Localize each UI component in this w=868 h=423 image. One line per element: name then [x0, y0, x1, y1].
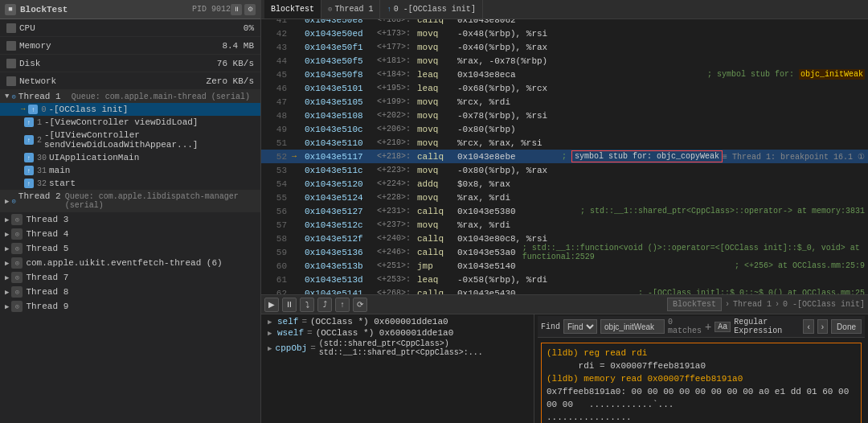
- console-output: (lldb) reg read rdi rdi = 0x00007ffeeb81…: [538, 338, 865, 423]
- cpu-icon: [6, 23, 16, 33]
- step-into-btn[interactable]: ⤴: [317, 298, 332, 312]
- disasm-row[interactable]: 510x1043e5110<+210>:movq%rcx, %rax, %rsi: [261, 136, 868, 150]
- bottom-tabs-right: BlockTest › Thread 1 › 0 -[OCClass init]: [667, 298, 865, 311]
- thread5-icon: ⊙: [11, 243, 23, 254]
- console-panel: Find Find 0 matches + Aa Regular Express…: [534, 314, 868, 423]
- find-done-btn[interactable]: Done: [831, 319, 862, 334]
- frame0-label: -[OCClass init]: [48, 105, 128, 114]
- disasm-row[interactable]: 490x1043e510c<+206>:movq-0x80(%rbp): [261, 122, 868, 136]
- find-input[interactable]: [600, 319, 665, 334]
- thread2-group: ▶ ⊙ Thread 2 Queue: com.apple.libdispatc…: [0, 190, 260, 212]
- frame0-item[interactable]: → ↑ 0 -[OCClass init]: [0, 103, 260, 116]
- find-type-select[interactable]: Find: [563, 319, 597, 334]
- step-out-btn[interactable]: ↑: [335, 298, 350, 312]
- find-add-btn[interactable]: +: [705, 320, 711, 333]
- disasm-offset: <+202>:: [377, 111, 417, 120]
- disasm-row[interactable]: 410x1043e50e8<+168>:callq0x1043e8062: [261, 19, 868, 27]
- disasm-row[interactable]: 610x1043e513d<+253>:leaq-0x58(%rbp), %rd…: [261, 273, 868, 286]
- disasm-addr: 0x1043e50e8: [305, 19, 377, 25]
- disasm-row[interactable]: 480x1043e5108<+202>:movq-0x78(%rbp), %rs…: [261, 109, 868, 122]
- restart-btn[interactable]: ⟳: [353, 298, 367, 312]
- thread9-item[interactable]: ▶ ⊙ Thread 9: [0, 299, 260, 314]
- thread4-item[interactable]: ▶ ⊙ Thread 4: [0, 227, 260, 241]
- disasm-offset: <+199>:: [377, 97, 417, 106]
- thread8-item[interactable]: ▶ ⊙ Thread 8: [0, 285, 260, 299]
- disasm-comment: ; symbol stub for: objc_copyWeak: [562, 152, 723, 161]
- var-cppobj[interactable]: ▶ cppObj = (std::shared_ptr<CppClass>) s…: [261, 339, 534, 358]
- pause-btn[interactable]: ⏸: [282, 298, 297, 312]
- disasm-offset: <+218>:: [377, 152, 417, 161]
- debug-button[interactable]: ⚙: [244, 4, 256, 15]
- frame0-num: 0: [41, 105, 46, 114]
- disasm-row[interactable]: 430x1043e50f1<+177>:movq-0x40(%rbp), %ra…: [261, 40, 868, 54]
- disasm-mnemonic: addq: [417, 179, 457, 189]
- frame32-item[interactable]: ↑ 32 start: [0, 177, 260, 190]
- disasm-row[interactable]: 600x1043e513b<+251>:jmp0x1043e5140; <+25…: [261, 259, 868, 273]
- frame30-item[interactable]: ↑ 30 UIApplicationMain: [0, 151, 260, 164]
- step-over-btn[interactable]: ⤵: [300, 298, 314, 312]
- thread9-icon: ⊙: [11, 301, 23, 312]
- find-aa-btn[interactable]: Aa: [714, 322, 731, 332]
- find-next-btn[interactable]: ›: [817, 319, 828, 334]
- thread5-item[interactable]: ▶ ⊙ Thread 5: [0, 241, 260, 256]
- thread2-header[interactable]: ▶ ⊙ Thread 2 Queue: com.apple.libdispatc…: [0, 190, 260, 212]
- disassembly-area[interactable]: 400x1043e50e4<+164>:movq%rax, -0x70(%rbp…: [261, 19, 868, 294]
- frame2-icon: ↑: [24, 135, 34, 145]
- disasm-row[interactable]: 620x1043e5141<+268>:callq0x1043e5430; -[…: [261, 286, 868, 294]
- disasm-row[interactable]: 530x1043e511c<+223>:movq-0x80(%rbp), %ra…: [261, 163, 868, 177]
- disasm-row[interactable]: 550x1043e5124<+228>:movq%rax, %rdi: [261, 191, 868, 204]
- disasm-operands: 0x1043e53a0: [457, 248, 516, 257]
- var-self[interactable]: ▶ self = (OCClass *) 0x600001dde1a0: [261, 316, 534, 327]
- continue-button[interactable]: ▶: [264, 298, 279, 312]
- disasm-offset: <+181>:: [377, 56, 417, 65]
- eventfetch-item[interactable]: ▶ ⊙ com.apple.uikit.eventfetch-thread (6…: [0, 256, 260, 270]
- thread1-chevron: ▼: [5, 92, 9, 101]
- disasm-row[interactable]: 560x1043e5127<+231>:callq0x1043e5380; st…: [261, 204, 868, 218]
- disasm-line-num: 62: [264, 289, 287, 295]
- disasm-offset: <+237>:: [377, 220, 417, 229]
- disasm-line-num: 52: [264, 152, 287, 162]
- disasm-mnemonic: movq: [417, 56, 457, 66]
- disasm-operands: 0x1043e8062: [457, 19, 865, 25]
- disasm-operands: -0x78(%rbp), %rsi: [457, 111, 865, 121]
- disasm-mnemonic: movq: [417, 193, 457, 203]
- var-wself[interactable]: ▶ wself = (OCClass *) 0x600001dde1a0: [261, 327, 534, 339]
- disasm-mnemonic: callq: [417, 19, 457, 25]
- frame31-item[interactable]: ↑ 31 main: [0, 164, 260, 177]
- disasm-operands: -0x68(%rbp), %rcx: [457, 84, 865, 93]
- disasm-row[interactable]: 460x1043e5101<+195>:leaq-0x68(%rbp), %rc…: [261, 81, 868, 95]
- thread1-header[interactable]: ▼ ⊙ Thread 1 Queue: com.apple.main-threa…: [0, 90, 260, 103]
- disasm-row[interactable]: 52→0x1043e5117<+218>:callq0x1043e8ebe; s…: [261, 150, 868, 163]
- disasm-row[interactable]: 570x1043e512c<+237>:movq%rax, %rdi: [261, 218, 868, 232]
- frame-tab[interactable]: ↑ 0 -[OCClass init]: [380, 0, 482, 18]
- thread-tab[interactable]: ⊙ Thread 1: [321, 0, 380, 18]
- find-prev-btn[interactable]: ‹: [803, 319, 813, 334]
- app-icon: ■: [5, 4, 16, 15]
- frame0-icon: ↑: [28, 105, 38, 114]
- thread1-label: Thread 1: [18, 92, 72, 101]
- disasm-row[interactable]: 420x1043e50ed<+173>:movq-0x48(%rbp), %rs…: [261, 27, 868, 40]
- network-value: Zero KB/s: [207, 76, 254, 86]
- var-wself-value: (OCClass *) 0x600001dde1a0: [316, 328, 454, 338]
- disasm-mnemonic: movq: [417, 138, 457, 148]
- thread3-item[interactable]: ▶ ⊙ Thread 3: [0, 212, 260, 227]
- frame31-label: main: [49, 166, 70, 175]
- disasm-comment: ; -[OCClass init]::$_0::~$_0() at OCClas…: [638, 289, 865, 294]
- disasm-row[interactable]: 450x1043e50f8<+184>:leaq0x1043e8eca; sym…: [261, 68, 868, 81]
- disasm-row[interactable]: 440x1043e50f5<+181>:movq%rax, -0x78(%rbp…: [261, 54, 868, 68]
- disasm-line-num: 53: [264, 166, 287, 175]
- disasm-line-num: 55: [264, 193, 287, 203]
- disasm-row[interactable]: 540x1043e5120<+224>:addq$0x8, %rax: [261, 177, 868, 191]
- frame2-item[interactable]: ↑ 2 -[UIViewController sendViewDidLoadWi…: [0, 129, 260, 151]
- debug-toolbar: ▶ ⏸ ⤵ ⤴ ↑ ⟳: [264, 298, 367, 312]
- disasm-row[interactable]: 590x1043e5136<+246>:callq0x1043e53a0; st…: [261, 245, 868, 259]
- thread7-item[interactable]: ▶ ⊙ Thread 7: [0, 270, 260, 285]
- disasm-row[interactable]: 470x1043e5105<+199>:movq%rcx, %rdi: [261, 95, 868, 109]
- disasm-offset: <+184>:: [377, 70, 417, 79]
- bottom-blocktest-tab[interactable]: BlockTest: [667, 298, 722, 311]
- thread5-chevron: ▶: [5, 244, 9, 253]
- frame1-item[interactable]: ↑ 1 -[ViewController viewDidLoad]: [0, 116, 260, 129]
- pause-button[interactable]: ⏸: [231, 4, 242, 15]
- blocktest-tab[interactable]: BlockTest: [264, 0, 321, 18]
- disasm-operands: %rcx, %rdi: [457, 97, 865, 107]
